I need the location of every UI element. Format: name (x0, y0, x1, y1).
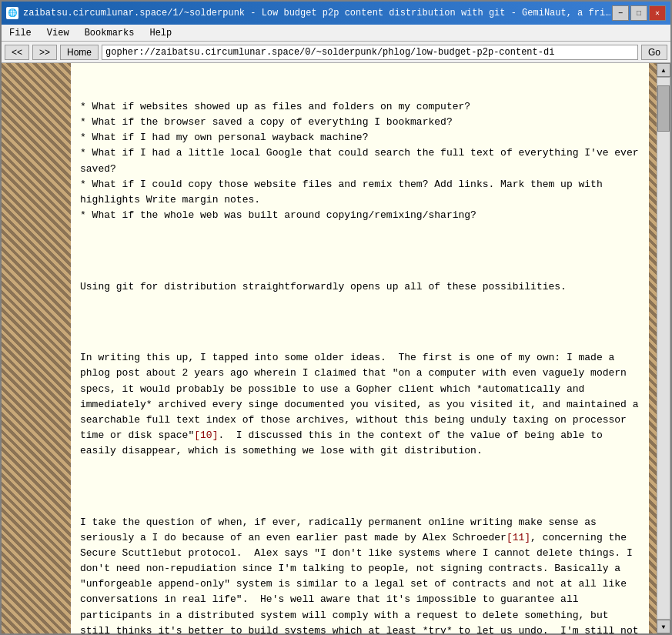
title-bar: 🌐 zaibatsu.circumlunar.space/1/~solderpu… (2, 2, 670, 25)
browser-icon: 🌐 (6, 7, 18, 19)
title-bar-left: 🌐 zaibatsu.circumlunar.space/1/~solderpu… (6, 7, 612, 19)
content-area: * What if websites showed up as files an… (2, 63, 670, 633)
scroll-up-button[interactable]: ▲ (657, 63, 670, 77)
scrollbar[interactable]: ▲ ▼ (657, 63, 670, 633)
scroll-thumb[interactable] (657, 85, 670, 132)
close-button[interactable]: ✕ (649, 5, 666, 21)
forward-button[interactable]: >> (32, 45, 57, 60)
address-input[interactable] (102, 45, 638, 60)
older-ideas-para: In writing this up, I tapped into some o… (80, 350, 640, 459)
back-button[interactable]: << (5, 45, 29, 60)
link-11[interactable]: [11] (507, 532, 530, 543)
menu-bar: File View Bookmarks Help (2, 25, 670, 42)
article-text: * What if websites showed up as files an… (80, 69, 640, 633)
go-button[interactable]: Go (641, 45, 667, 60)
maximize-button[interactable]: □ (630, 5, 647, 21)
menu-help[interactable]: Help (145, 26, 176, 40)
browser-window: 🌐 zaibatsu.circumlunar.space/1/~solderpu… (0, 0, 672, 635)
window-title: zaibatsu.circumlunar.space/1/~solderpunk… (23, 8, 612, 18)
scuttlebut-para: I take the question of when, if ever, ra… (80, 515, 640, 633)
scroll-track[interactable] (657, 77, 670, 620)
bullet-list: * What if websites showed up as files an… (80, 99, 640, 223)
minimize-button[interactable]: − (612, 5, 629, 21)
menu-file[interactable]: File (5, 26, 36, 40)
left-margin (2, 63, 71, 633)
link-10[interactable]: [10] (194, 429, 218, 441)
main-content[interactable]: * What if websites showed up as files an… (71, 63, 649, 633)
nav-bar: << >> Home Go (2, 42, 670, 63)
window-controls: − □ ✕ (612, 5, 666, 21)
menu-bookmarks[interactable]: Bookmarks (80, 26, 139, 40)
scroll-down-button[interactable]: ▼ (657, 620, 670, 633)
and-text: and (513, 578, 530, 590)
right-margin: ▲ ▼ (649, 63, 670, 633)
home-button[interactable]: Home (60, 45, 99, 60)
menu-view[interactable]: View (42, 26, 74, 40)
git-distribution-para: Using git for distribution straightforwa… (80, 279, 640, 295)
